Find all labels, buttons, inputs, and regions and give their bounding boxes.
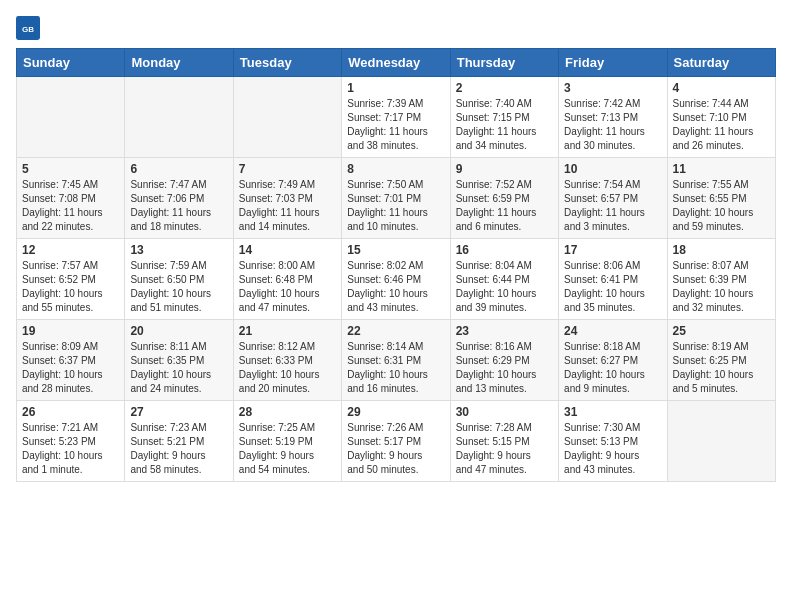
- day-info: Sunrise: 7:47 AM Sunset: 7:06 PM Dayligh…: [130, 178, 227, 234]
- calendar-cell: 14Sunrise: 8:00 AM Sunset: 6:48 PM Dayli…: [233, 239, 341, 320]
- calendar-cell: [233, 77, 341, 158]
- calendar-cell: 13Sunrise: 7:59 AM Sunset: 6:50 PM Dayli…: [125, 239, 233, 320]
- calendar-cell: 16Sunrise: 8:04 AM Sunset: 6:44 PM Dayli…: [450, 239, 558, 320]
- calendar-cell: 23Sunrise: 8:16 AM Sunset: 6:29 PM Dayli…: [450, 320, 558, 401]
- calendar-cell: 10Sunrise: 7:54 AM Sunset: 6:57 PM Dayli…: [559, 158, 667, 239]
- day-number: 25: [673, 324, 770, 338]
- day-info: Sunrise: 7:23 AM Sunset: 5:21 PM Dayligh…: [130, 421, 227, 477]
- day-info: Sunrise: 7:55 AM Sunset: 6:55 PM Dayligh…: [673, 178, 770, 234]
- calendar-cell: 29Sunrise: 7:26 AM Sunset: 5:17 PM Dayli…: [342, 401, 450, 482]
- day-info: Sunrise: 8:19 AM Sunset: 6:25 PM Dayligh…: [673, 340, 770, 396]
- day-number: 2: [456, 81, 553, 95]
- day-number: 16: [456, 243, 553, 257]
- day-info: Sunrise: 8:11 AM Sunset: 6:35 PM Dayligh…: [130, 340, 227, 396]
- calendar-cell: 9Sunrise: 7:52 AM Sunset: 6:59 PM Daylig…: [450, 158, 558, 239]
- day-number: 30: [456, 405, 553, 419]
- header-thursday: Thursday: [450, 49, 558, 77]
- day-number: 26: [22, 405, 119, 419]
- day-number: 18: [673, 243, 770, 257]
- day-info: Sunrise: 7:42 AM Sunset: 7:13 PM Dayligh…: [564, 97, 661, 153]
- calendar-header-row: SundayMondayTuesdayWednesdayThursdayFrid…: [17, 49, 776, 77]
- header-sunday: Sunday: [17, 49, 125, 77]
- day-number: 11: [673, 162, 770, 176]
- day-info: Sunrise: 8:06 AM Sunset: 6:41 PM Dayligh…: [564, 259, 661, 315]
- calendar-cell: 6Sunrise: 7:47 AM Sunset: 7:06 PM Daylig…: [125, 158, 233, 239]
- day-number: 17: [564, 243, 661, 257]
- calendar-cell: 30Sunrise: 7:28 AM Sunset: 5:15 PM Dayli…: [450, 401, 558, 482]
- calendar-cell: 26Sunrise: 7:21 AM Sunset: 5:23 PM Dayli…: [17, 401, 125, 482]
- calendar-cell: [17, 77, 125, 158]
- day-number: 5: [22, 162, 119, 176]
- calendar-cell: 22Sunrise: 8:14 AM Sunset: 6:31 PM Dayli…: [342, 320, 450, 401]
- calendar-cell: 17Sunrise: 8:06 AM Sunset: 6:41 PM Dayli…: [559, 239, 667, 320]
- day-info: Sunrise: 8:18 AM Sunset: 6:27 PM Dayligh…: [564, 340, 661, 396]
- calendar-cell: 5Sunrise: 7:45 AM Sunset: 7:08 PM Daylig…: [17, 158, 125, 239]
- calendar-week-1: 1Sunrise: 7:39 AM Sunset: 7:17 PM Daylig…: [17, 77, 776, 158]
- header-tuesday: Tuesday: [233, 49, 341, 77]
- day-number: 7: [239, 162, 336, 176]
- svg-text:GB: GB: [22, 25, 34, 34]
- day-info: Sunrise: 7:54 AM Sunset: 6:57 PM Dayligh…: [564, 178, 661, 234]
- day-info: Sunrise: 8:02 AM Sunset: 6:46 PM Dayligh…: [347, 259, 444, 315]
- day-info: Sunrise: 8:14 AM Sunset: 6:31 PM Dayligh…: [347, 340, 444, 396]
- day-info: Sunrise: 7:44 AM Sunset: 7:10 PM Dayligh…: [673, 97, 770, 153]
- day-number: 15: [347, 243, 444, 257]
- day-info: Sunrise: 7:26 AM Sunset: 5:17 PM Dayligh…: [347, 421, 444, 477]
- calendar-week-3: 12Sunrise: 7:57 AM Sunset: 6:52 PM Dayli…: [17, 239, 776, 320]
- calendar-cell: 24Sunrise: 8:18 AM Sunset: 6:27 PM Dayli…: [559, 320, 667, 401]
- page-header: GB: [16, 16, 776, 40]
- calendar-cell: 20Sunrise: 8:11 AM Sunset: 6:35 PM Dayli…: [125, 320, 233, 401]
- day-info: Sunrise: 8:16 AM Sunset: 6:29 PM Dayligh…: [456, 340, 553, 396]
- day-number: 27: [130, 405, 227, 419]
- day-info: Sunrise: 7:49 AM Sunset: 7:03 PM Dayligh…: [239, 178, 336, 234]
- day-info: Sunrise: 7:59 AM Sunset: 6:50 PM Dayligh…: [130, 259, 227, 315]
- logo: GB: [16, 16, 44, 40]
- calendar-cell: 11Sunrise: 7:55 AM Sunset: 6:55 PM Dayli…: [667, 158, 775, 239]
- calendar-cell: 2Sunrise: 7:40 AM Sunset: 7:15 PM Daylig…: [450, 77, 558, 158]
- day-info: Sunrise: 7:45 AM Sunset: 7:08 PM Dayligh…: [22, 178, 119, 234]
- day-info: Sunrise: 8:00 AM Sunset: 6:48 PM Dayligh…: [239, 259, 336, 315]
- header-wednesday: Wednesday: [342, 49, 450, 77]
- day-info: Sunrise: 8:12 AM Sunset: 6:33 PM Dayligh…: [239, 340, 336, 396]
- calendar-cell: 31Sunrise: 7:30 AM Sunset: 5:13 PM Dayli…: [559, 401, 667, 482]
- day-number: 14: [239, 243, 336, 257]
- day-info: Sunrise: 7:28 AM Sunset: 5:15 PM Dayligh…: [456, 421, 553, 477]
- day-info: Sunrise: 7:57 AM Sunset: 6:52 PM Dayligh…: [22, 259, 119, 315]
- calendar-cell: [667, 401, 775, 482]
- day-number: 24: [564, 324, 661, 338]
- calendar-cell: 3Sunrise: 7:42 AM Sunset: 7:13 PM Daylig…: [559, 77, 667, 158]
- day-number: 31: [564, 405, 661, 419]
- day-number: 20: [130, 324, 227, 338]
- day-number: 12: [22, 243, 119, 257]
- day-info: Sunrise: 7:39 AM Sunset: 7:17 PM Dayligh…: [347, 97, 444, 153]
- day-number: 21: [239, 324, 336, 338]
- day-info: Sunrise: 7:50 AM Sunset: 7:01 PM Dayligh…: [347, 178, 444, 234]
- calendar-cell: 8Sunrise: 7:50 AM Sunset: 7:01 PM Daylig…: [342, 158, 450, 239]
- day-number: 10: [564, 162, 661, 176]
- day-number: 8: [347, 162, 444, 176]
- header-friday: Friday: [559, 49, 667, 77]
- calendar-week-5: 26Sunrise: 7:21 AM Sunset: 5:23 PM Dayli…: [17, 401, 776, 482]
- day-number: 23: [456, 324, 553, 338]
- day-info: Sunrise: 7:21 AM Sunset: 5:23 PM Dayligh…: [22, 421, 119, 477]
- day-number: 9: [456, 162, 553, 176]
- day-number: 1: [347, 81, 444, 95]
- calendar-table: SundayMondayTuesdayWednesdayThursdayFrid…: [16, 48, 776, 482]
- day-info: Sunrise: 7:30 AM Sunset: 5:13 PM Dayligh…: [564, 421, 661, 477]
- day-number: 4: [673, 81, 770, 95]
- day-info: Sunrise: 8:04 AM Sunset: 6:44 PM Dayligh…: [456, 259, 553, 315]
- calendar-cell: 28Sunrise: 7:25 AM Sunset: 5:19 PM Dayli…: [233, 401, 341, 482]
- day-number: 22: [347, 324, 444, 338]
- day-info: Sunrise: 7:52 AM Sunset: 6:59 PM Dayligh…: [456, 178, 553, 234]
- day-info: Sunrise: 8:07 AM Sunset: 6:39 PM Dayligh…: [673, 259, 770, 315]
- day-number: 28: [239, 405, 336, 419]
- calendar-cell: 25Sunrise: 8:19 AM Sunset: 6:25 PM Dayli…: [667, 320, 775, 401]
- calendar-cell: 12Sunrise: 7:57 AM Sunset: 6:52 PM Dayli…: [17, 239, 125, 320]
- calendar-week-2: 5Sunrise: 7:45 AM Sunset: 7:08 PM Daylig…: [17, 158, 776, 239]
- day-number: 13: [130, 243, 227, 257]
- calendar-cell: 18Sunrise: 8:07 AM Sunset: 6:39 PM Dayli…: [667, 239, 775, 320]
- day-number: 19: [22, 324, 119, 338]
- day-info: Sunrise: 7:40 AM Sunset: 7:15 PM Dayligh…: [456, 97, 553, 153]
- day-info: Sunrise: 7:25 AM Sunset: 5:19 PM Dayligh…: [239, 421, 336, 477]
- day-info: Sunrise: 8:09 AM Sunset: 6:37 PM Dayligh…: [22, 340, 119, 396]
